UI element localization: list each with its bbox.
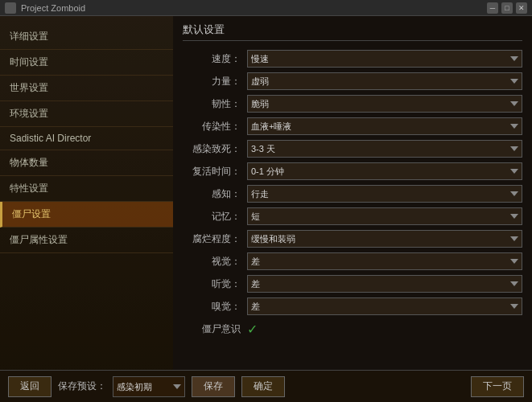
setting-row-infection: 传染性： 血液+唾液 — [183, 117, 522, 136]
zombie-consciousness-checkmark[interactable]: ✓ — [247, 322, 258, 337]
setting-row-revive-time: 复活时间： 0-1 分钟 — [183, 162, 522, 181]
toughness-label: 韧性： — [183, 97, 247, 111]
back-button[interactable]: 返回 — [8, 376, 52, 397]
main-container: 详细设置 时间设置 世界设置 环境设置 Sadistic AI Director… — [0, 16, 532, 386]
setting-row-hearing: 听觉： 差 — [183, 274, 522, 293]
setting-row-speed: 速度： 慢速 — [183, 49, 522, 68]
zombie-consciousness-label: 僵尸意识 — [183, 322, 247, 336]
infection-death-select[interactable]: 3-3 天 — [247, 140, 522, 158]
app-icon — [5, 2, 16, 14]
app-title: Project Zomboid — [21, 3, 85, 13]
setting-row-vision: 视觉： 差 — [183, 252, 522, 271]
revive-time-select[interactable]: 0-1 分钟 — [247, 162, 522, 180]
maximize-button[interactable]: □ — [501, 2, 513, 14]
smell-select[interactable]: 差 — [247, 297, 522, 315]
setting-row-smell: 嗅觉： 差 — [183, 297, 522, 316]
panel-title: 默认设置 — [183, 23, 522, 41]
decomp-label: 腐烂程度： — [183, 232, 247, 246]
decomp-select[interactable]: 缓慢和装弱 — [247, 230, 522, 248]
zombie-consciousness-row: 僵尸意识 ✓ — [183, 319, 522, 338]
vision-select[interactable]: 差 — [247, 252, 522, 270]
next-button[interactable]: 下一页 — [471, 376, 524, 397]
setting-row-infection-death: 感染致死： 3-3 天 — [183, 139, 522, 158]
sidebar: 详细设置 时间设置 世界设置 环境设置 Sadistic AI Director… — [0, 16, 173, 386]
infection-select[interactable]: 血液+唾液 — [247, 117, 522, 135]
perception-label: 感知： — [183, 187, 247, 201]
minimize-button[interactable]: ─ — [487, 2, 498, 14]
save-preset-label: 保存预设： — [58, 379, 106, 393]
infection-label: 传染性： — [183, 120, 247, 133]
revive-time-label: 复活时间： — [183, 165, 247, 178]
setting-row-strength: 力量： 虚弱 — [183, 72, 522, 91]
sidebar-item-quantity[interactable]: 物体数量 — [0, 150, 173, 176]
settings-grid: 速度： 慢速 力量： 虚弱 韧性： 脆弱 传染性： 血液 — [183, 49, 522, 338]
memory-select[interactable]: 短 — [247, 207, 522, 225]
sidebar-item-world[interactable]: 世界设置 — [0, 76, 173, 101]
sidebar-item-time[interactable]: 时间设置 — [0, 50, 173, 76]
smell-label: 嗅觉： — [183, 300, 247, 314]
sidebar-item-environment[interactable]: 环境设置 — [0, 101, 173, 127]
vision-label: 视觉： — [183, 255, 247, 269]
perception-select[interactable]: 行走 — [247, 185, 522, 203]
infection-death-label: 感染致死： — [183, 142, 247, 156]
title-bar-left: Project Zomboid — [5, 2, 85, 14]
preset-select[interactable]: 感染初期 — [113, 376, 185, 397]
sidebar-item-sadistic[interactable]: Sadistic AI Director — [0, 127, 173, 150]
sidebar-item-zombie-attr[interactable]: 僵尸属性设置 — [0, 228, 173, 253]
setting-row-toughness: 韧性： 脆弱 — [183, 94, 522, 113]
setting-row-perception: 感知： 行走 — [183, 184, 522, 203]
strength-select[interactable]: 虚弱 — [247, 72, 522, 90]
sidebar-item-special[interactable]: 特性设置 — [0, 176, 173, 202]
title-bar-controls: ─ □ ✕ — [487, 2, 527, 14]
strength-label: 力量： — [183, 75, 247, 88]
toughness-select[interactable]: 脆弱 — [247, 95, 522, 113]
setting-row-memory: 记忆： 短 — [183, 207, 522, 226]
memory-label: 记忆： — [183, 210, 247, 224]
speed-label: 速度： — [183, 52, 247, 66]
speed-select[interactable]: 慢速 — [247, 50, 522, 68]
bottom-bar: 返回 保存预设： 感染初期 保存 确定 下一页 — [0, 370, 532, 402]
title-bar: Project Zomboid ─ □ ✕ — [0, 0, 532, 16]
settings-panel: 默认设置 速度： 慢速 力量： 虚弱 韧性： 脆弱 — [173, 16, 532, 386]
sidebar-item-detailed[interactable]: 详细设置 — [0, 24, 173, 50]
save-button[interactable]: 保存 — [192, 376, 235, 397]
hearing-select[interactable]: 差 — [247, 275, 522, 293]
confirm-button[interactable]: 确定 — [241, 376, 285, 397]
sidebar-item-zombie[interactable]: 僵尸设置 — [0, 202, 173, 228]
close-button[interactable]: ✕ — [516, 2, 527, 14]
setting-row-decomp: 腐烂程度： 缓慢和装弱 — [183, 229, 522, 248]
hearing-label: 听觉： — [183, 277, 247, 291]
sidebar-content: 详细设置 时间设置 世界设置 环境设置 Sadistic AI Director… — [0, 24, 173, 253]
